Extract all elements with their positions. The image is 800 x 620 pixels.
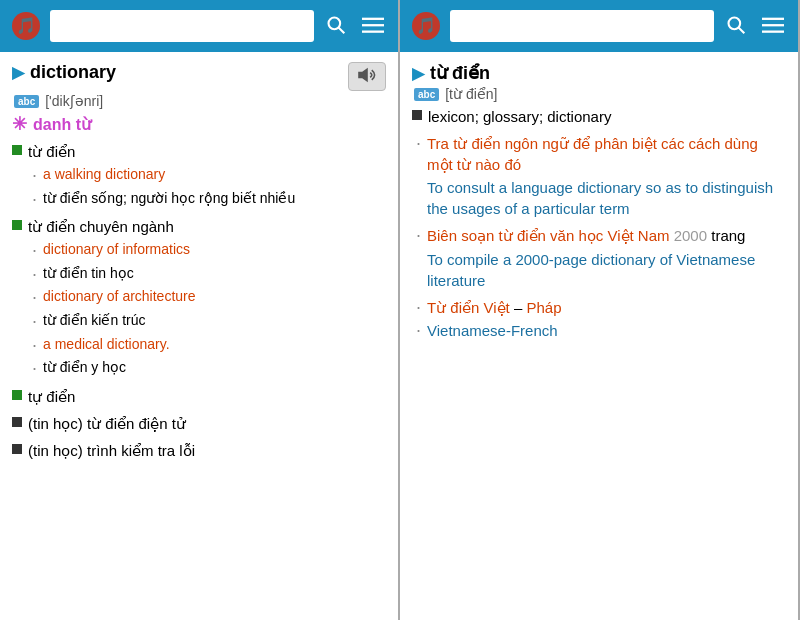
right-ex-3-vn-part1: Từ điển Việt [427,299,510,316]
right-synonyms-main: lexicon; glossary; dictionary [412,106,786,127]
right-ex-2-vn-text: Biên soạn từ điển văn học Việt Nam 2000 … [427,225,745,246]
right-ex-1-vn-text: Tra từ điển ngôn ngữ để phân biệt các cá… [427,133,786,175]
left-extra-2-main: (tin học) từ điển điện tử [12,413,386,434]
left-header: 🎵 [0,0,398,52]
svg-rect-4 [362,17,384,19]
left-ex-1-vn-text: từ điển sống; người học rộng biết nhiều [43,189,295,209]
right-ex-3-en-bullet: · [416,320,421,342]
left-ex-1: · a walking dictionary [32,165,386,187]
left-panel: 🎵 ▶ dictionary [0,0,400,620]
svg-line-11 [739,27,745,33]
left-def-1-text: từ điển [28,141,75,162]
left-def-1-main: từ điển [12,141,386,162]
left-def-2-examples: · dictionary of informatics · từ điển ti… [32,240,386,380]
left-ex-3-en-text: dictionary of architecture [43,287,196,307]
left-ex-3-vn: · từ điển kiến trúc [32,311,386,333]
svg-line-3 [339,27,345,33]
right-ex-2-vn-part3: trang [707,227,745,244]
left-extra-def-3: (tin học) trình kiểm tra lỗi [12,440,386,461]
left-def-1-bullet [12,145,22,155]
right-ex-2-en: · To compile a 2000-page dictionary of V… [416,249,786,291]
left-asterisk-icon: ✳ [12,113,27,135]
left-extra-2-text: (tin học) từ điển điện tử [28,413,186,434]
right-ex-2-vn: · Biên soạn từ điển văn học Việt Nam 200… [416,225,786,247]
left-ex-3-vn-bullet: · [32,311,37,333]
right-phonetic-badge: abc [414,88,439,101]
left-ex-4-vn-text: từ điển y học [43,358,126,378]
left-ex-2-vn-bullet: · [32,264,37,286]
left-def-block-2: từ điển chuyên ngành · dictionary of inf… [12,216,386,380]
left-main-word: dictionary [30,62,116,83]
right-ex-3-vn-part2: Pháp [526,299,561,316]
right-synonyms-text: lexicon; glossary; dictionary [428,106,611,127]
left-phonetic-text: ['dikʃənri] [45,93,103,109]
right-ex-2-en-text: To compile a 2000-page dictionary of Vie… [427,249,786,291]
right-search-input[interactable] [450,10,714,42]
left-extra-1-main: tự điển [12,386,386,407]
svg-rect-6 [362,30,384,32]
left-content: ▶ dictionary abc ['dikʃənri] ✳ danh từ [0,52,398,620]
right-ex-1-vn-bullet: · [416,133,421,155]
left-speaker-button[interactable] [348,62,386,91]
svg-rect-12 [762,17,784,19]
right-ex-1-en: · To consult a language dictionary so as… [416,177,786,219]
right-ex-3: · Từ điển Việt – Pháp · Vietnamese-Frenc… [416,297,786,342]
right-synonyms-block: lexicon; glossary; dictionary [412,106,786,127]
left-extra-1-text: tự điển [28,386,75,407]
left-ex-2-bullet: · [32,240,37,262]
left-extra-def-2: (tin học) từ điển điện tử [12,413,386,434]
left-def-block-1: từ điển · a walking dictionary · từ điển… [12,141,386,210]
right-menu-button[interactable] [758,10,788,43]
left-phonetic-badge: abc [14,95,39,108]
right-ex-3-vn-bullet: · [416,297,421,319]
left-word-title: ▶ dictionary [12,62,116,83]
left-ex-2-vn-text: từ điển tin học [43,264,134,284]
right-ex-2-vn-part1: Biên soạn từ điển văn học Việt Nam [427,227,674,244]
left-def-2-text: từ điển chuyên ngành [28,216,174,237]
right-word-header: ▶ từ điển [412,62,786,84]
left-extra-1-bullet [12,390,22,400]
left-menu-button[interactable] [358,10,388,43]
left-arrow-icon: ▶ [12,63,24,82]
left-search-input[interactable] [50,10,314,42]
left-def-2-bullet [12,220,22,230]
svg-rect-5 [362,24,384,26]
right-ex-3-dash: – [514,299,527,316]
right-ex-3-vn-text: Từ điển Việt – Pháp [427,297,561,318]
left-ex-4-vn-bullet: · [32,358,37,380]
left-logo-icon: 🎵 [10,10,42,42]
right-search-button[interactable] [722,11,750,42]
left-pos-line: ✳ danh từ [12,113,386,135]
left-pos-text: danh từ [33,115,91,134]
left-ex-4-en-text: a medical dictionary. [43,335,170,355]
right-ex-1-en-text: To consult a language dictionary so as t… [427,177,786,219]
svg-rect-13 [762,24,784,26]
left-ex-3-en: · dictionary of architecture [32,287,386,309]
left-extra-def-1: tự điển [12,386,386,407]
right-ex-2-vn-bullet: · [416,225,421,247]
right-logo-icon: 🎵 [410,10,442,42]
svg-text:🎵: 🎵 [16,16,36,35]
right-ex-3-vn: · Từ điển Việt – Pháp [416,297,786,319]
right-word-title: ▶ từ điển [412,62,490,84]
left-ex-1-bullet: · [32,165,37,187]
right-content: ▶ từ điển abc [từ điển] lexicon; glossar… [400,52,798,620]
left-ex-2-vn: · từ điển tin học [32,264,386,286]
left-ex-4-en: · a medical dictionary. [32,335,386,357]
right-synonyms-bullet [412,110,422,120]
left-extra-3-bullet [12,444,22,454]
right-header: 🎵 [400,0,798,52]
left-extra-2-bullet [12,417,22,427]
right-ex-1-vn: · Tra từ điển ngôn ngữ để phân biệt các … [416,133,786,175]
left-extra-3-text: (tin học) trình kiểm tra lỗi [28,440,195,461]
left-search-button[interactable] [322,11,350,42]
left-ex-2-en-text: dictionary of informatics [43,240,190,260]
left-ex-1-vn: · từ điển sống; người học rộng biết nhiề… [32,189,386,211]
left-ex-4-bullet: · [32,335,37,357]
left-phonetic-line: abc ['dikʃənri] [14,93,386,109]
right-main-word: từ điển [430,62,490,84]
svg-point-10 [729,17,741,29]
right-ex-3-en-text: Vietnamese-French [427,320,558,341]
svg-text:🎵: 🎵 [416,16,436,35]
left-def-1-examples: · a walking dictionary · từ điển sống; n… [32,165,386,210]
